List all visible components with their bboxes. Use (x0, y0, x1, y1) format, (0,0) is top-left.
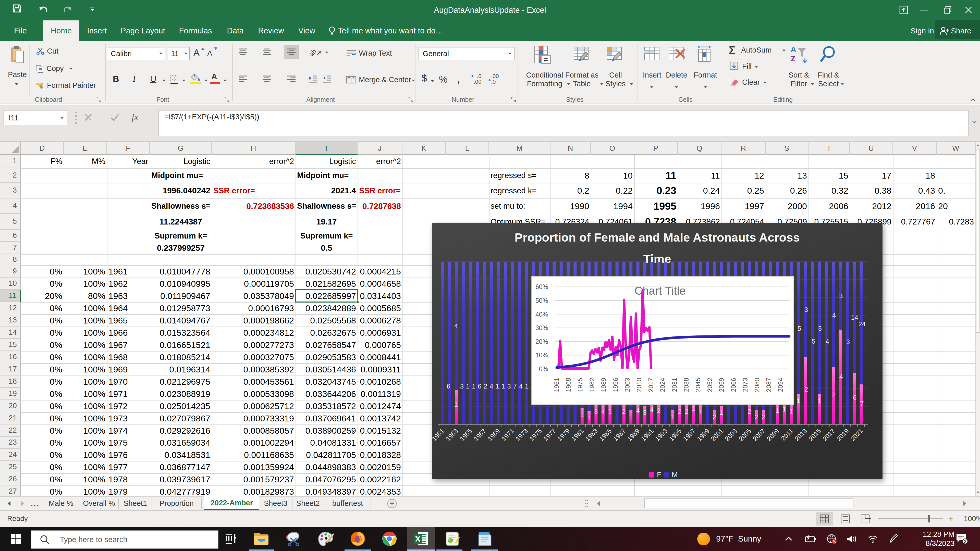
svg-text:1: 1 (797, 397, 800, 404)
svg-text:2031: 2031 (671, 378, 678, 392)
svg-text:4: 4 (839, 373, 843, 380)
svg-text:2: 2 (484, 383, 487, 390)
svg-text:2: 2 (964, 539, 966, 544)
svg-text:1: 1 (790, 408, 793, 415)
svg-text:A: A (791, 45, 796, 54)
svg-text:1: 1 (608, 408, 612, 415)
svg-text:50%: 50% (535, 297, 548, 304)
svg-text:2003: 2003 (624, 378, 631, 392)
svg-text:3: 3 (594, 408, 598, 415)
svg-text:2066: 2066 (730, 378, 737, 392)
svg-text:2: 2 (832, 391, 836, 399)
svg-text:1: 1 (525, 383, 528, 390)
svg-text:24: 24 (858, 321, 865, 327)
svg-text:1982: 1982 (588, 378, 595, 392)
svg-text:7: 7 (860, 400, 864, 407)
svg-text:2080: 2080 (753, 378, 760, 392)
svg-text:3: 3 (839, 292, 843, 300)
svg-text:1: 1 (818, 397, 821, 404)
svg-text:1: 1 (472, 383, 476, 390)
svg-text:2073: 2073 (741, 378, 749, 392)
svg-text:6: 6 (447, 383, 450, 390)
svg-text:2: 2 (685, 408, 689, 415)
svg-text:20%: 20% (535, 338, 548, 345)
svg-text:6: 6 (853, 394, 856, 401)
svg-text:ab: ab (310, 48, 318, 58)
svg-text:1: 1 (587, 414, 591, 421)
svg-text:1968: 1968 (565, 378, 572, 392)
svg-text:2: 2 (657, 407, 661, 414)
svg-text:2: 2 (713, 413, 716, 421)
svg-text:3: 3 (508, 383, 511, 390)
svg-text:1: 1 (783, 406, 786, 413)
svg-text:1: 1 (692, 405, 695, 412)
svg-text:60%: 60% (535, 283, 548, 290)
svg-text:4: 4 (519, 383, 523, 390)
svg-text:4: 4 (636, 407, 640, 414)
svg-text:2: 2 (748, 408, 751, 415)
svg-text:2: 2 (755, 413, 758, 421)
svg-text:1: 1 (466, 383, 469, 390)
svg-text:1: 1 (496, 383, 499, 390)
svg-text:6: 6 (478, 383, 481, 390)
svg-text:2010: 2010 (635, 378, 643, 392)
svg-text:4: 4 (826, 338, 829, 345)
svg-text:F: F (657, 471, 661, 478)
svg-text:2: 2 (678, 408, 682, 415)
svg-text:Proportion of Female and Male: Proportion of Female and Male Astronauts… (515, 230, 800, 244)
svg-text:3: 3 (643, 409, 647, 416)
svg-text:1: 1 (629, 413, 633, 421)
svg-text:5: 5 (812, 338, 815, 345)
svg-text:7: 7 (513, 383, 517, 390)
svg-text:2024: 2024 (659, 378, 666, 392)
svg-text:1996: 1996 (612, 378, 619, 392)
svg-text:1: 1 (501, 383, 505, 390)
svg-text:2045: 2045 (694, 378, 702, 392)
svg-text:10%: 10% (535, 351, 548, 359)
svg-text:2059: 2059 (718, 378, 725, 392)
svg-text:1961: 1961 (553, 378, 560, 392)
svg-text:3: 3 (460, 383, 464, 390)
svg-text:M: M (672, 471, 678, 478)
svg-text:1989: 1989 (600, 378, 607, 392)
svg-text:1: 1 (671, 413, 675, 421)
svg-text:1975: 1975 (576, 378, 584, 392)
svg-text:1: 1 (454, 401, 458, 408)
svg-text:2: 2 (804, 386, 808, 393)
svg-text:2: 2 (622, 408, 626, 415)
svg-text:4: 4 (832, 312, 836, 319)
svg-text:3: 3 (804, 306, 808, 313)
svg-text:1: 1 (699, 408, 703, 416)
svg-text:4: 4 (454, 322, 458, 330)
svg-text:1: 1 (580, 411, 584, 418)
svg-text:30%: 30% (535, 324, 548, 331)
svg-text:1: 1 (776, 407, 779, 414)
svg-text:Z: Z (791, 54, 795, 63)
svg-text:4: 4 (601, 408, 605, 416)
svg-text:2094: 2094 (777, 378, 784, 392)
svg-text:5: 5 (818, 325, 822, 332)
svg-text:3: 3 (846, 338, 850, 345)
svg-text:5: 5 (797, 325, 801, 332)
svg-text:2052: 2052 (706, 378, 713, 392)
svg-text:2087: 2087 (765, 378, 772, 392)
svg-text:2017: 2017 (647, 378, 654, 392)
svg-text:2: 2 (762, 413, 765, 421)
svg-text:4: 4 (650, 406, 654, 413)
svg-text:14: 14 (851, 314, 858, 321)
svg-text:40%: 40% (535, 311, 548, 318)
svg-text:2038: 2038 (682, 378, 690, 392)
svg-text:1: 1 (720, 409, 724, 416)
svg-text:0%: 0% (539, 365, 548, 372)
svg-text:4: 4 (490, 383, 493, 390)
